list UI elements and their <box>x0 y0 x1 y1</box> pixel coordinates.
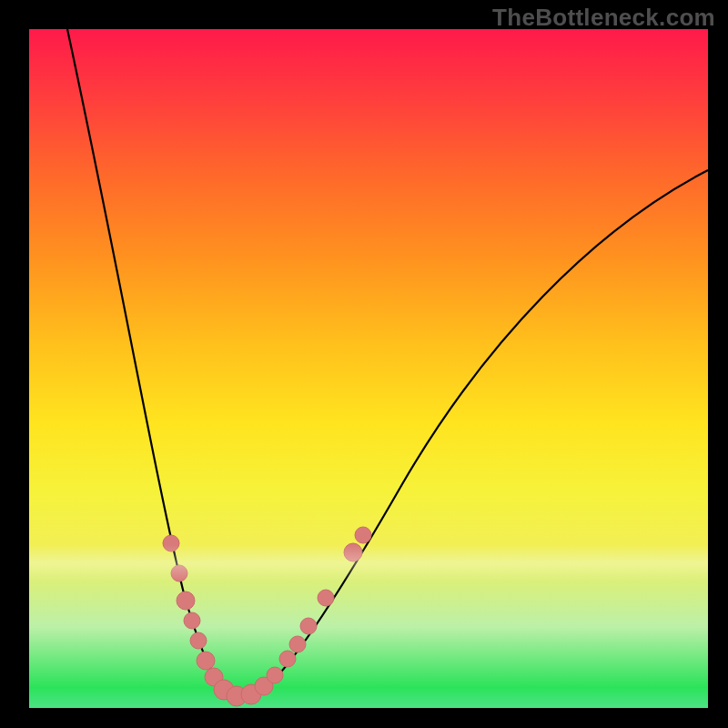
marker-group <box>163 527 371 706</box>
data-marker <box>267 667 283 683</box>
chart-background <box>29 29 708 708</box>
data-marker <box>279 651 296 667</box>
data-marker <box>289 636 306 652</box>
curve-right-arm <box>242 170 708 697</box>
data-marker <box>355 527 371 543</box>
data-marker <box>318 590 334 606</box>
data-marker <box>190 632 207 649</box>
watermark-text: TheBottleneck.com <box>492 4 715 32</box>
data-marker <box>177 592 195 610</box>
data-marker <box>344 543 362 561</box>
data-marker <box>171 565 187 581</box>
data-marker <box>197 652 215 670</box>
data-marker <box>163 535 179 551</box>
data-marker <box>300 618 317 634</box>
curve-left-arm <box>67 29 242 697</box>
bottleneck-chart <box>29 29 708 708</box>
data-marker <box>184 612 200 629</box>
